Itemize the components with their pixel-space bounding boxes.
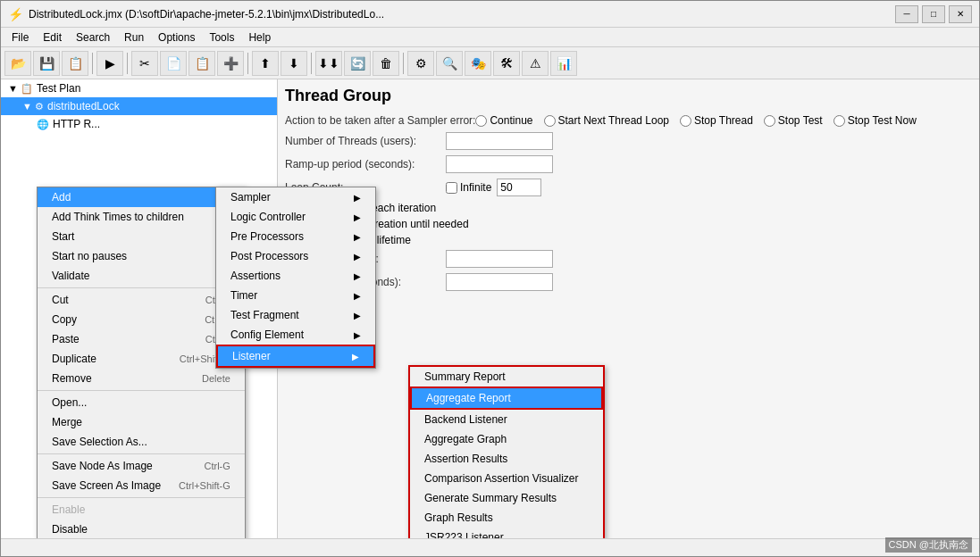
menu-help[interactable]: Help	[241, 29, 278, 46]
stop-test-now-radio[interactable]	[833, 115, 845, 127]
stop-test-now-label: Stop Test Now	[848, 114, 917, 127]
stop-thread-radio[interactable]	[680, 115, 691, 127]
menu-search[interactable]: Search	[69, 29, 117, 46]
close-button[interactable]: ✕	[949, 5, 972, 23]
threads-input[interactable]	[446, 132, 553, 150]
ctx-duplicate[interactable]: Duplicate Ctrl+Shift-C	[38, 349, 245, 369]
startup-row: Startup delay (seconds):	[285, 273, 972, 291]
listener-assertion-results-label: Assertion Results	[424, 453, 507, 465]
tree-item-distributed-lock[interactable]: ▼ ⚙ distributedLock	[1, 97, 277, 115]
ctx-copy-label: Copy	[52, 313, 77, 326]
menu-options[interactable]: Options	[151, 29, 202, 46]
menu-file[interactable]: File	[4, 29, 36, 46]
minimize-button[interactable]: ─	[895, 5, 918, 23]
listener-jsr223-listener[interactable]: JSR223 Listener	[410, 528, 603, 538]
toolbar-open[interactable]: 📋	[62, 51, 88, 76]
listener-graph-results-label: Graph Results	[424, 511, 493, 524]
ctx-start[interactable]: Start	[38, 227, 245, 246]
toolbar-copy[interactable]: 📄	[160, 51, 187, 76]
submenu-listener[interactable]: Listener ▶	[216, 345, 375, 368]
ctx-paste[interactable]: Paste Ctrl-V	[38, 329, 245, 349]
ctx-start-no-pauses-label: Start no pauses	[52, 250, 127, 262]
submenu-test-fragment[interactable]: Test Fragment ▶	[216, 305, 375, 325]
threads-label: Number of Threads (users):	[285, 135, 446, 147]
ctx-open[interactable]: Open...	[38, 393, 245, 412]
submenu-post-processors[interactable]: Post Processors ▶	[216, 246, 375, 266]
listener-generate-summary-results[interactable]: Generate Summary Results	[410, 488, 603, 508]
menu-run[interactable]: Run	[117, 29, 151, 46]
ctx-start-label: Start	[52, 230, 74, 243]
rampup-input[interactable]	[446, 155, 553, 173]
toolbar-run[interactable]: ▶	[96, 51, 123, 76]
context-menu[interactable]: Add ▶ Add Think Times to children Start …	[37, 187, 246, 538]
toolbar-refresh[interactable]: 🔄	[344, 51, 371, 76]
ctx-remove[interactable]: Remove Delete	[38, 369, 245, 388]
toolbar-down[interactable]: ⬇	[281, 51, 307, 76]
ctx-add[interactable]: Add ▶	[38, 187, 245, 207]
stop-test-label: Stop Test	[778, 114, 823, 127]
stop-test-radio[interactable]	[764, 115, 775, 127]
ctx-sep-3	[38, 453, 245, 454]
submenu-assertions[interactable]: Assertions ▶	[216, 266, 375, 286]
toolbar-settings[interactable]: ⚙	[407, 51, 434, 76]
submenu-logic-controller[interactable]: Logic Controller ▶	[216, 207, 375, 227]
toolbar-cut[interactable]: ✂	[131, 51, 158, 76]
listener-graph-results[interactable]: Graph Results	[410, 508, 603, 528]
toolbar-expand[interactable]: ⬇⬇	[315, 51, 342, 76]
submenu-pre-processors[interactable]: Pre Processors ▶	[216, 227, 375, 246]
toolbar-paste[interactable]: 📋	[188, 51, 215, 76]
ctx-start-no-pauses[interactable]: Start no pauses	[38, 246, 245, 266]
listener-summary-report-label: Summary Report	[424, 370, 506, 383]
toolbar-save[interactable]: 💾	[33, 51, 60, 76]
submenu-listener-panel[interactable]: Summary Report Aggregate Report Backend …	[408, 365, 605, 538]
infinite-checkbox[interactable]	[446, 182, 457, 194]
submenu-sampler-arrow: ▶	[354, 193, 361, 203]
ctx-validate-label: Validate	[52, 270, 89, 282]
listener-aggregate-graph[interactable]: Aggregate Graph	[410, 429, 603, 449]
toolbar-roles[interactable]: 🎭	[465, 51, 491, 76]
ctx-merge[interactable]: Merge	[38, 412, 245, 432]
toolbar-search[interactable]: 🔍	[436, 51, 463, 76]
listener-backend-listener[interactable]: Backend Listener	[410, 410, 603, 429]
menu-edit[interactable]: Edit	[36, 29, 69, 46]
listener-assertion-results[interactable]: Assertion Results	[410, 449, 603, 469]
submenu-timer[interactable]: Timer ▶	[216, 286, 375, 305]
toolbar-warning[interactable]: ⚠	[522, 51, 549, 76]
continue-radio[interactable]	[475, 115, 487, 127]
ctx-disable-label: Disable	[52, 523, 88, 536]
loop-input[interactable]	[497, 179, 541, 196]
toolbar-delete[interactable]: 🗑	[373, 51, 399, 76]
listener-comparison-assertion-visualizer-label: Comparison Assertion Visualizer	[424, 472, 579, 485]
listener-summary-report[interactable]: Summary Report	[410, 367, 603, 387]
submenu-add[interactable]: Sampler ▶ Logic Controller ▶ Pre Process…	[215, 187, 376, 369]
maximize-button[interactable]: □	[922, 5, 945, 23]
toolbar-tools2[interactable]: 🛠	[493, 51, 520, 76]
toolbar-new[interactable]: 📂	[4, 51, 31, 76]
toolbar-up[interactable]: ⬆	[252, 51, 279, 76]
submenu-logic-controller-label: Logic Controller	[230, 211, 306, 223]
ctx-save-selection[interactable]: Save Selection As...	[38, 432, 245, 452]
ctx-save-screen-image[interactable]: Save Screen As Image Ctrl+Shift-G	[38, 476, 245, 495]
ctx-disable[interactable]: Disable	[38, 520, 245, 538]
ctx-think-times[interactable]: Add Think Times to children	[38, 207, 245, 227]
ctx-cut[interactable]: Cut Ctrl-X	[38, 290, 245, 310]
submenu-logic-controller-arrow: ▶	[354, 212, 361, 222]
menu-tools[interactable]: Tools	[202, 29, 241, 46]
duration-row: Duration (seconds):	[285, 250, 972, 268]
listener-comparison-assertion-visualizer[interactable]: Comparison Assertion Visualizer	[410, 469, 603, 488]
ctx-validate[interactable]: Validate	[38, 266, 245, 286]
tree-item-http-request[interactable]: 🌐 HTTP R...	[1, 115, 277, 133]
duration-input[interactable]	[446, 250, 553, 268]
submenu-sampler[interactable]: Sampler ▶	[216, 187, 375, 207]
toolbar-add[interactable]: ➕	[217, 51, 244, 76]
app-icon: ⚡	[8, 7, 23, 21]
listener-aggregate-report[interactable]: Aggregate Report	[410, 387, 603, 410]
submenu-config-element[interactable]: Config Element ▶	[216, 325, 375, 345]
start-next-radio[interactable]	[544, 115, 556, 127]
tree-item-test-plan[interactable]: ▼ 📋 Test Plan	[1, 79, 277, 97]
ctx-save-node-image[interactable]: Save Node As Image Ctrl-G	[38, 456, 245, 476]
startup-input[interactable]	[446, 273, 553, 291]
test-plan-icon: ▼ 📋	[8, 83, 33, 95]
ctx-copy[interactable]: Copy Ctrl-C	[38, 310, 245, 329]
toolbar-graph[interactable]: 📊	[550, 51, 577, 76]
